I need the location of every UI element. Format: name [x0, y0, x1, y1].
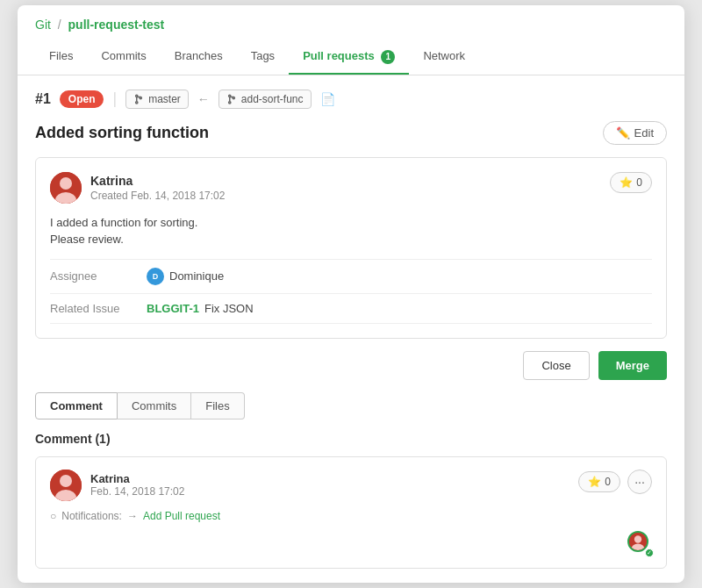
issue-link[interactable]: BLGGIT-1	[147, 302, 199, 315]
related-issue-label: Related Issue	[50, 302, 147, 315]
tab-commits[interactable]: Commits	[87, 40, 160, 75]
edit-pencil-icon: ✏️	[616, 126, 630, 140]
pull-requests-badge: 1	[381, 50, 395, 64]
pr-author-avatar	[50, 172, 82, 204]
comment-card: Katrina Feb. 14, 2018 17:02 ⭐ 0 ··· ○ N	[35, 456, 667, 569]
header-divider: |	[112, 90, 117, 108]
assignee-row: Assignee D Dominique	[50, 260, 652, 294]
breadcrumb: Git / pull-request-test	[18, 5, 684, 40]
bottom-avatar-wrapper: ✓	[50, 531, 652, 556]
assignee-label: Assignee	[50, 269, 147, 283]
comment-author-name: Katrina	[90, 472, 184, 485]
breadcrumb-repo[interactable]: pull-request-test	[68, 18, 165, 32]
edit-button[interactable]: ✏️ Edit	[603, 121, 667, 145]
comment-star-icon: ⭐	[588, 476, 601, 488]
assignee-value: D Dominique	[147, 268, 224, 285]
source-branch: add-sort-func	[218, 90, 312, 109]
comment-actions: ⭐ 0 ···	[578, 470, 652, 494]
tabs-nav: Files Commits Branches Tags Pull request…	[18, 40, 684, 75]
comment-header: Katrina Feb. 14, 2018 17:02 ⭐ 0 ···	[50, 470, 652, 501]
svg-point-1	[136, 101, 138, 103]
svg-point-11	[60, 177, 72, 190]
meta-table: Assignee D Dominique Related Issue BLGGI…	[50, 259, 652, 324]
tab-files[interactable]: Files	[35, 40, 87, 75]
pr-title: Added sorting function	[35, 124, 209, 142]
breadcrumb-sep: /	[58, 18, 61, 32]
issue-text: Fix JSON	[204, 302, 254, 315]
comment-date: Feb. 14, 2018 17:02	[90, 485, 184, 498]
tab-network[interactable]: Network	[409, 40, 479, 75]
related-issue-row: Related Issue BLGGIT-1 Fix JSON	[50, 294, 652, 324]
sub-tab-commits[interactable]: Commits	[118, 392, 191, 419]
comment-avatar	[50, 470, 82, 501]
related-issue-value: BLGGIT-1 Fix JSON	[147, 302, 254, 315]
pr-title-row: Added sorting function ✏️ Edit	[35, 121, 667, 145]
sub-tabs: Comment Commits Files	[35, 392, 667, 419]
pr-number: #1	[35, 91, 51, 107]
author-name: Katrina	[90, 174, 225, 188]
star-icon: ⭐	[620, 176, 633, 189]
source-branch-name: add-sort-func	[241, 93, 304, 105]
notification-action-link[interactable]: Add Pull request	[143, 510, 220, 522]
pr-card: Katrina Created Feb. 14, 2018 17:02 ⭐ 0 …	[35, 157, 667, 339]
target-branch-name: master	[148, 93, 181, 105]
author-date: Created Feb. 14, 2018 17:02	[90, 190, 225, 202]
comment-author-info: Katrina Feb. 14, 2018 17:02	[50, 470, 184, 501]
sub-tab-comment[interactable]: Comment	[35, 392, 118, 419]
pr-status-badge: Open	[60, 90, 104, 108]
tab-tags[interactable]: Tags	[237, 40, 289, 75]
tab-branches[interactable]: Branches	[161, 40, 237, 75]
star-button[interactable]: ⭐ 0	[610, 172, 652, 193]
svg-point-17	[634, 535, 641, 542]
arrow-icon: →	[127, 510, 138, 522]
tab-pull-requests[interactable]: Pull requests 1	[289, 40, 409, 75]
pr-header-row: #1 Open | master ← add-sort-func	[35, 90, 667, 109]
notification-label: Notifications:	[61, 510, 122, 522]
comment-meta: Katrina Feb. 14, 2018 17:02	[90, 472, 184, 498]
author-row: Katrina Created Feb. 14, 2018 17:02 ⭐ 0	[50, 172, 652, 204]
main-window: Git / pull-request-test Files Commits Br…	[18, 5, 684, 583]
arrow-left-icon: ←	[197, 92, 210, 106]
target-branch: master	[125, 90, 189, 109]
actions-row: Close Merge	[35, 351, 667, 380]
author-details: Katrina Created Feb. 14, 2018 17:02	[90, 174, 225, 202]
sub-tab-files[interactable]: Files	[191, 392, 244, 419]
pr-content: #1 Open | master ← add-sort-func	[18, 75, 684, 583]
source-branch-icon	[226, 94, 237, 104]
notification-circle-icon: ○	[50, 510, 56, 522]
svg-point-6	[228, 101, 230, 103]
svg-point-14	[60, 475, 72, 487]
comment-star-button[interactable]: ⭐ 0	[578, 471, 620, 492]
assignee-avatar: D	[147, 268, 164, 285]
close-button[interactable]: Close	[523, 351, 589, 380]
doc-icon[interactable]: 📄	[320, 92, 335, 106]
comments-section-title: Comment (1)	[35, 432, 667, 446]
assignee-name: Dominique	[169, 269, 224, 283]
branch-icon	[133, 94, 144, 104]
pr-body: I added a function for sorting. Please r…	[50, 214, 652, 248]
author-info: Katrina Created Feb. 14, 2018 17:02	[50, 172, 225, 204]
more-options-button[interactable]: ···	[627, 470, 652, 494]
merge-button[interactable]: Merge	[598, 351, 667, 380]
ellipsis-icon: ···	[634, 475, 645, 489]
notification-row: ○ Notifications: → Add Pull request	[50, 510, 652, 522]
breadcrumb-parent[interactable]: Git	[35, 18, 51, 32]
